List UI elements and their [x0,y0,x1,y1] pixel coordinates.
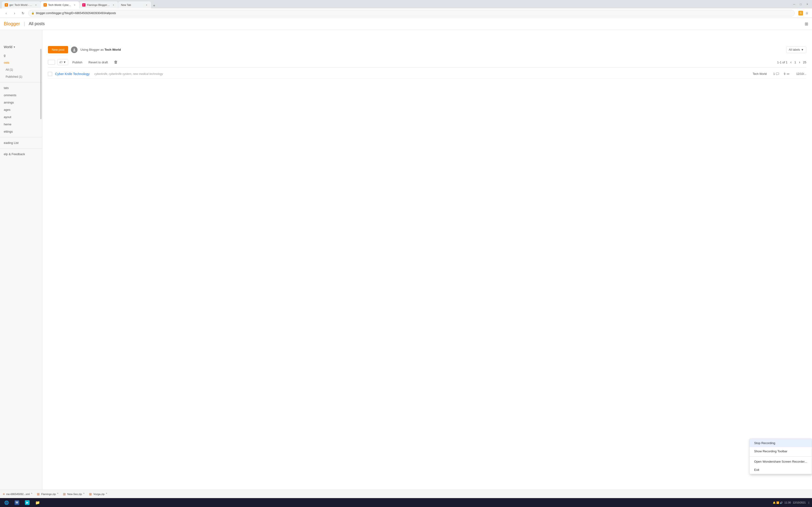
download-xml[interactable]: ≡ me-686545092...xml ^ [3,492,32,496]
sidebar-item-all[interactable]: All (1) [0,66,42,73]
taskbar-word[interactable]: W [12,499,21,506]
taskbar-right: 🔔 📶 🔊 11:30 12/10/2021 | [773,501,810,504]
post-views: 9 [784,72,790,75]
download-xml-icon: ≡ [3,492,5,496]
publish-button[interactable]: Publish [70,59,84,65]
posts-toolbar: 🏷 ▼ Publish Revert to draft 🗑 1-1 of 1 ‹… [48,57,806,68]
back-button[interactable]: ‹ [3,10,9,16]
grid-icon[interactable]: ⊞ [805,21,808,26]
next-page-button[interactable]: › [798,60,801,65]
pagination: 1-1 of 1 ‹ 1 › 25 [777,60,806,65]
context-menu-stop-recording[interactable]: Stop Recording [750,439,812,447]
per-page-count: 25 [803,61,806,64]
sidebar-item-pages[interactable]: ages [0,106,42,113]
sidebar-item-settings[interactable]: ettings [0,128,42,135]
taskbar-chrome[interactable]: 🌐 [2,499,11,506]
context-menu-exit[interactable]: Exit [750,466,812,474]
close-button[interactable]: × [805,1,810,7]
label-tag-button[interactable]: 🏷 ▼ [57,59,68,65]
blogger-logo: Blogger [4,21,20,26]
label-tag-chevron-icon: ▼ [63,61,66,64]
maximize-button[interactable]: □ [798,1,804,7]
taskbar-chrome-icon: 🌐 [4,500,9,505]
select-all-checkbox[interactable] [48,60,55,64]
prev-page-button[interactable]: ‹ [790,60,793,65]
post-tags: cyberknife, cyberknife system, new medic… [94,72,163,75]
star-ext-icon[interactable]: ☆ [805,11,809,15]
delete-icon: 🗑 [114,60,118,64]
blog-name-dropdown[interactable]: World ▼ [0,42,42,52]
download-vozga[interactable]: ⊞ Vozga.zip ^ [89,492,107,496]
taskbar: 🌐 W ▶ 📁 🔔 📶 🔊 11:30 12/10/2021 | [0,498,812,507]
taskbar-arrow-icon: ▶ [25,500,30,505]
tab-2-favicon: B [44,3,47,7]
download-xml-chevron[interactable]: ^ [31,493,32,495]
label-tag-icon: 🏷 [59,61,62,64]
taskbar-arrow[interactable]: ▶ [22,499,32,506]
tab-2[interactable]: B Tech World: Cyber Knife Techn... × [41,1,79,8]
tab-3[interactable]: F Flamingo Blogger Template + B... × [80,1,118,8]
download-xml-label: me-686545092...xml [6,493,30,496]
context-menu-show-toolbar[interactable]: Show Recording Toolbar [750,447,812,455]
sidebar-item-posts[interactable]: osts [0,59,42,66]
minimize-button[interactable]: ─ [791,1,797,7]
download-flamingo-icon: ⊞ [37,492,40,496]
svg-point-4 [788,73,789,74]
sidebar-item-comments[interactable]: omments [0,92,42,99]
new-tab-button[interactable]: + [151,3,157,8]
forward-button[interactable]: › [11,10,18,16]
blog-name-text: World [4,45,12,49]
svg-rect-2 [776,73,779,75]
taskbar-folder[interactable]: 📁 [33,499,42,506]
tab-4-close[interactable]: × [145,3,148,7]
all-labels-button[interactable]: All labels ▼ [786,47,806,53]
download-flamingo-chevron[interactable]: ^ [57,493,58,495]
download-vozga-chevron[interactable]: ^ [106,493,107,495]
post-checkbox[interactable] [48,72,52,76]
sidebar-divider-3 [0,148,42,149]
tab-1[interactable]: B ger: Tech World - All posts × [2,1,40,8]
sidebar-item-reading-list[interactable]: eading List [0,139,42,147]
taskbar-system-icons: 🔔 📶 🔊 [773,501,782,504]
tab-1-title: ger: Tech World - All posts [9,3,33,6]
context-menu-open-recorder[interactable]: Open Wondershare Screen Recorder... [750,457,812,466]
context-menu-separator [750,456,812,457]
tab-1-close[interactable]: × [34,3,38,7]
tab-2-close[interactable]: × [73,3,77,7]
sidebar-nav: g osts All (1) Published (1) tats omment… [0,52,42,158]
blog-name-chevron-icon: ▼ [13,46,15,48]
revert-to-draft-button[interactable]: Revert to draft [87,59,110,65]
content-inner: New post Using Blogger as Tech World All… [42,42,812,82]
sidebar-item-help[interactable]: elp & Feedback [0,151,42,158]
tab-4-title: New Tab [121,3,131,6]
tab-2-title: Tech World: Cyber Knife Techn... [48,3,72,6]
header-divider: | [24,21,25,26]
shield-ext-icon[interactable]: S [798,11,803,15]
sidebar-item-stats[interactable]: tats [0,84,42,92]
all-labels-text: All labels [789,48,800,51]
sidebar-item-theme[interactable]: heme [0,121,42,128]
download-vozga-label: Vozga.zip [93,493,105,496]
taskbar-date: 12/10/2021 [793,501,806,504]
reload-button[interactable]: ↻ [20,10,26,16]
delete-button[interactable]: 🗑 [112,59,119,65]
tab-4[interactable]: New Tab × [118,1,151,8]
download-flamingo[interactable]: ⊞ Flamingo.zip ^ [37,492,58,496]
download-new-seo-chevron[interactable]: ^ [84,493,85,495]
sidebar-item-earnings[interactable]: arnings [0,99,42,106]
taskbar-show-desktop[interactable]: | [808,501,810,504]
sidebar-item-blog[interactable]: g [0,52,42,59]
sidebar-item-layout[interactable]: ayout [0,113,42,121]
taskbar-time: 11:30 [784,501,791,504]
sidebar-scrollbar[interactable] [40,49,42,119]
address-bar[interactable]: 🔒 blogger.com/blogger.g?blogID=686545092… [28,10,795,16]
download-new-seo[interactable]: ⊞ New-Seo.zip ^ [63,492,84,496]
tab-3-close[interactable]: × [112,3,115,7]
new-post-button[interactable]: New post [48,46,68,53]
sidebar-item-published[interactable]: Published (1) [0,73,42,80]
post-title-link[interactable]: Cyber Knife Technology [55,72,90,76]
page-number: 1 [794,61,796,64]
tab-3-favicon: F [82,3,86,7]
post-comments: 1 [773,72,779,75]
taskbar-word-icon: W [14,500,19,505]
